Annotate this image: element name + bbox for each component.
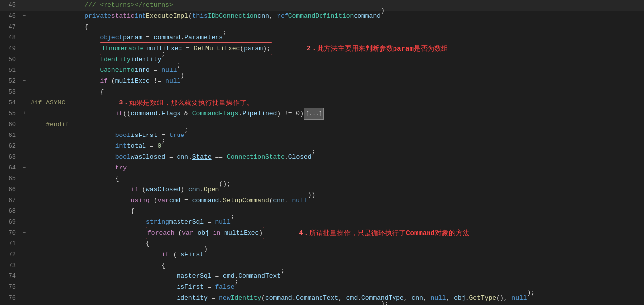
line-num-46: 46	[0, 11, 20, 22]
line-num-70: 70	[0, 228, 20, 238]
line-num-60: 60	[0, 119, 20, 130]
line-num-61: 61	[0, 130, 20, 141]
line-num-68: 68	[0, 206, 20, 217]
fold-52[interactable]: −	[20, 76, 29, 87]
line-num-65: 65	[0, 173, 20, 184]
code-editor: 45 /// <returns></returns> 46 − private …	[0, 0, 644, 305]
code-line-55: 55 + if((command.Flags & CommandFlags.Pi…	[0, 108, 644, 119]
fold-55[interactable]: +	[20, 108, 29, 119]
line-num-50: 50	[0, 54, 20, 65]
line-num-54: 54	[0, 98, 20, 108]
line-num-51: 51	[0, 65, 20, 76]
fold-70[interactable]: −	[20, 228, 29, 238]
line-num-47: 47	[0, 22, 20, 33]
line-num-73: 73	[0, 260, 20, 271]
line-num-76: 76	[0, 293, 20, 304]
fold-67[interactable]: −	[20, 195, 29, 206]
line-num-69: 69	[0, 217, 20, 228]
line-num-66: 66	[0, 184, 20, 195]
fold-46[interactable]: −	[20, 11, 29, 22]
line-num-52: 52	[0, 76, 20, 87]
line-num-63: 63	[0, 152, 20, 163]
line-num-48: 48	[0, 33, 20, 43]
line-num-55: 55	[0, 108, 20, 119]
line-num-62: 62	[0, 141, 20, 152]
line-num-49: 49	[0, 43, 20, 54]
fold-72[interactable]: −	[20, 249, 29, 260]
line-num-71: 71	[0, 238, 20, 249]
line-num-72: 72	[0, 249, 20, 260]
line-num-53: 53	[0, 87, 20, 98]
line-num-75: 75	[0, 282, 20, 293]
line-num-45: 45	[0, 0, 20, 11]
fold-64[interactable]: −	[20, 163, 29, 173]
line-num-74: 74	[0, 271, 20, 282]
line-num-67: 67	[0, 195, 20, 206]
line-num-64: 64	[0, 163, 20, 173]
